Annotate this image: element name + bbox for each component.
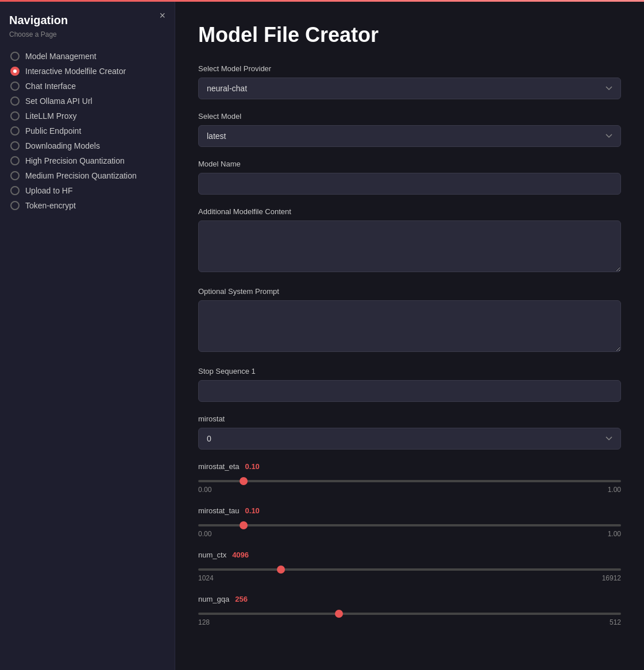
sidebar-item-label-medium-precision-quantization: Medium Precision Quantization — [25, 171, 137, 180]
num-gqa-slider[interactable] — [198, 613, 621, 615]
select-model-provider[interactable]: neural-chat llama2 mistral codellama phi — [198, 78, 621, 99]
sidebar-item-label-interactive-modelfile-creator: Interactive Modelfile Creator — [25, 67, 126, 76]
num-gqa-min: 128 — [198, 618, 210, 626]
mirostat-eta-min: 0.00 — [198, 486, 211, 494]
nav-title: Navigation — [9, 14, 165, 27]
radio-set-ollama-api-url — [10, 96, 20, 106]
optional-system-prompt-label: Optional System Prompt — [198, 287, 621, 296]
sidebar-item-interactive-modelfile-creator[interactable]: Interactive Modelfile Creator — [9, 64, 165, 79]
sidebar: × Navigation Choose a Page Model Managem… — [0, 0, 175, 670]
close-button[interactable]: × — [159, 10, 165, 21]
sidebar-item-model-management[interactable]: Model Management — [9, 49, 165, 64]
additional-modelfile-textarea[interactable] — [198, 220, 621, 272]
mirostat-eta-max: 1.00 — [608, 486, 621, 494]
mirostat-group: mirostat 0 1 2 — [198, 415, 621, 450]
select-model-group: Select Model latest 7b 13b 70b — [198, 112, 621, 147]
optional-system-prompt-textarea[interactable] — [198, 300, 621, 352]
mirostat-label: mirostat — [198, 415, 621, 423]
stop-sequence-1-input[interactable] — [198, 380, 621, 402]
radio-interactive-modelfile-creator — [10, 67, 20, 76]
sidebar-item-label-upload-to-hf: Upload to HF — [25, 186, 72, 195]
num-gqa-value: 256 — [235, 595, 248, 603]
num-ctx-group: num_ctx 4096 1024 16912 — [198, 551, 621, 582]
main-content: Model File Creator Select Model Provider… — [175, 0, 644, 670]
sidebar-item-label-chat-interface: Chat Interface — [25, 82, 76, 91]
sidebar-item-label-token-encrypt: Token-encrypt — [25, 201, 76, 210]
sidebar-item-label-high-precision-quantization: High Precision Quantization — [25, 156, 125, 165]
sidebar-item-upload-to-hf[interactable]: Upload to HF — [9, 183, 165, 198]
num-gqa-group: num_gqa 256 128 512 — [198, 595, 621, 626]
num-ctx-max: 16912 — [602, 574, 621, 582]
num-ctx-label: num_ctx — [198, 551, 226, 559]
additional-modelfile-label: Additional Modelfile Content — [198, 207, 621, 216]
mirostat-eta-slider[interactable] — [198, 480, 621, 482]
select-model[interactable]: latest 7b 13b 70b — [198, 125, 621, 147]
stop-sequence-1-label: Stop Sequence 1 — [198, 367, 621, 375]
mirostat-tau-min: 0.00 — [198, 530, 211, 538]
stop-sequence-1-group: Stop Sequence 1 — [198, 367, 621, 402]
sidebar-item-downloading-models[interactable]: Downloading Models — [9, 138, 165, 153]
radio-high-precision-quantization — [10, 156, 20, 165]
sidebar-item-label-model-management: Model Management — [25, 52, 97, 61]
optional-system-prompt-group: Optional System Prompt — [198, 287, 621, 354]
radio-model-management — [10, 52, 20, 61]
radio-chat-interface — [10, 82, 20, 91]
num-ctx-value: 4096 — [232, 551, 249, 559]
mirostat-eta-group: mirostat_eta 0.10 0.00 1.00 — [198, 462, 621, 494]
num-gqa-label: num_gqa — [198, 595, 229, 603]
sidebar-item-litellm-proxy[interactable]: LiteLLM Proxy — [9, 109, 165, 123]
mirostat-eta-label: mirostat_eta — [198, 462, 240, 471]
sidebar-item-public-endpoint[interactable]: Public Endpoint — [9, 123, 165, 138]
nav-list: Model ManagementInteractive Modelfile Cr… — [9, 49, 165, 213]
select-model-provider-label: Select Model Provider — [198, 64, 621, 73]
select-model-provider-group: Select Model Provider neural-chat llama2… — [198, 64, 621, 99]
sidebar-item-label-public-endpoint: Public Endpoint — [25, 126, 81, 135]
nav-subtitle: Choose a Page — [9, 30, 165, 38]
radio-upload-to-hf — [10, 186, 20, 195]
mirostat-eta-value: 0.10 — [245, 462, 260, 471]
sidebar-item-chat-interface[interactable]: Chat Interface — [9, 79, 165, 94]
sidebar-item-label-downloading-models: Downloading Models — [25, 141, 100, 150]
mirostat-tau-label: mirostat_tau — [198, 506, 240, 515]
sidebar-item-medium-precision-quantization[interactable]: Medium Precision Quantization — [9, 168, 165, 183]
radio-token-encrypt — [10, 201, 20, 210]
sidebar-item-label-litellm-proxy: LiteLLM Proxy — [25, 111, 76, 121]
mirostat-tau-slider[interactable] — [198, 524, 621, 526]
mirostat-tau-group: mirostat_tau 0.10 0.00 1.00 — [198, 506, 621, 538]
mirostat-select[interactable]: 0 1 2 — [198, 428, 621, 450]
select-model-label: Select Model — [198, 112, 621, 121]
model-name-input[interactable] — [198, 173, 621, 195]
mirostat-tau-max: 1.00 — [608, 530, 621, 538]
num-gqa-max: 512 — [610, 618, 621, 626]
radio-litellm-proxy — [10, 111, 20, 121]
additional-modelfile-group: Additional Modelfile Content — [198, 207, 621, 274]
radio-public-endpoint — [10, 126, 20, 135]
page-title: Model File Creator — [198, 23, 621, 47]
sidebar-item-high-precision-quantization[interactable]: High Precision Quantization — [9, 153, 165, 168]
sidebar-item-label-set-ollama-api-url: Set Ollama API Url — [25, 96, 92, 106]
model-name-label: Model Name — [198, 160, 621, 168]
sidebar-item-token-encrypt[interactable]: Token-encrypt — [9, 198, 165, 213]
num-ctx-min: 1024 — [198, 574, 214, 582]
sidebar-item-set-ollama-api-url[interactable]: Set Ollama API Url — [9, 94, 165, 109]
radio-medium-precision-quantization — [10, 171, 20, 180]
mirostat-tau-value: 0.10 — [245, 506, 260, 515]
radio-downloading-models — [10, 141, 20, 150]
num-ctx-slider[interactable] — [198, 568, 621, 571]
model-name-group: Model Name — [198, 160, 621, 195]
